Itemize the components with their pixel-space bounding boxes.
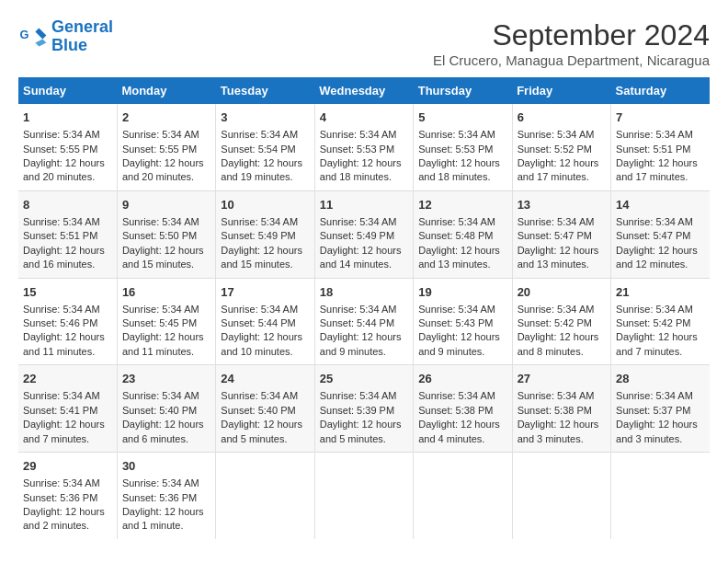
- daylight-label: Daylight: 12 hours and 13 minutes.: [518, 245, 599, 270]
- calendar-cell: 28Sunrise: 5:34 AMSunset: 5:37 PMDayligh…: [611, 365, 710, 453]
- sunset-label: Sunset: 5:49 PM: [320, 230, 394, 241]
- calendar-week-row: 29Sunrise: 5:34 AMSunset: 5:36 PMDayligh…: [18, 453, 710, 539]
- calendar-cell: 18Sunrise: 5:34 AMSunset: 5:44 PMDayligh…: [314, 278, 413, 365]
- day-number: 25: [320, 371, 408, 387]
- day-number: 2: [122, 109, 210, 126]
- daylight-label: Daylight: 12 hours and 3 minutes.: [518, 419, 599, 443]
- sunset-label: Sunset: 5:41 PM: [23, 405, 97, 416]
- sunset-label: Sunset: 5:45 PM: [122, 317, 197, 328]
- day-number: 4: [320, 109, 408, 126]
- day-number: 18: [320, 284, 408, 301]
- calendar-cell: 12Sunrise: 5:34 AMSunset: 5:48 PMDayligh…: [414, 190, 512, 278]
- calendar-cell: 10Sunrise: 5:34 AMSunset: 5:49 PMDayligh…: [216, 190, 314, 278]
- calendar-cell: 1Sunrise: 5:34 AMSunset: 5:55 PMDaylight…: [18, 104, 117, 190]
- weekday-header-monday: Monday: [117, 77, 215, 104]
- sunset-label: Sunset: 5:51 PM: [23, 230, 97, 241]
- logo-icon: G: [18, 22, 48, 52]
- weekday-header-tuesday: Tuesday: [216, 77, 314, 104]
- logo: G General Blue: [18, 18, 113, 55]
- calendar-cell: 21Sunrise: 5:34 AMSunset: 5:42 PMDayligh…: [611, 278, 710, 365]
- daylight-label: Daylight: 12 hours and 15 minutes.: [221, 245, 302, 270]
- day-number: 10: [221, 197, 309, 213]
- logo-text: General Blue: [51, 18, 113, 55]
- day-number: 16: [122, 284, 210, 301]
- calendar-cell: 24Sunrise: 5:34 AMSunset: 5:40 PMDayligh…: [216, 365, 314, 453]
- sunrise-label: Sunrise: 5:34 AM: [320, 304, 397, 315]
- calendar-cell: [414, 453, 512, 539]
- weekday-header-thursday: Thursday: [414, 77, 512, 104]
- sunset-label: Sunset: 5:51 PM: [616, 144, 690, 155]
- daylight-label: Daylight: 12 hours and 20 minutes.: [122, 157, 204, 182]
- day-number: 5: [418, 109, 506, 126]
- sunset-label: Sunset: 5:43 PM: [418, 317, 493, 328]
- calendar-cell: 29Sunrise: 5:34 AMSunset: 5:36 PMDayligh…: [18, 453, 117, 539]
- sunset-label: Sunset: 5:40 PM: [122, 405, 197, 416]
- day-number: 13: [518, 197, 606, 213]
- sunrise-label: Sunrise: 5:34 AM: [122, 390, 199, 401]
- day-number: 19: [418, 284, 506, 301]
- calendar-cell: 11Sunrise: 5:34 AMSunset: 5:49 PMDayligh…: [314, 190, 413, 278]
- sunset-label: Sunset: 5:52 PM: [518, 144, 592, 155]
- daylight-label: Daylight: 12 hours and 17 minutes.: [518, 157, 599, 182]
- daylight-label: Daylight: 12 hours and 10 minutes.: [221, 331, 302, 356]
- daylight-label: Daylight: 12 hours and 15 minutes.: [122, 245, 204, 270]
- day-number: 23: [122, 371, 210, 387]
- sunset-label: Sunset: 5:40 PM: [221, 405, 295, 416]
- daylight-label: Daylight: 12 hours and 18 minutes.: [418, 157, 500, 182]
- daylight-label: Daylight: 12 hours and 2 minutes.: [23, 506, 105, 531]
- daylight-label: Daylight: 12 hours and 16 minutes.: [23, 245, 105, 270]
- sunrise-label: Sunrise: 5:34 AM: [221, 216, 298, 227]
- sunset-label: Sunset: 5:55 PM: [23, 144, 97, 155]
- day-number: 12: [418, 197, 506, 213]
- calendar-cell: 30Sunrise: 5:34 AMSunset: 5:36 PMDayligh…: [117, 453, 215, 539]
- calendar-cell: 9Sunrise: 5:34 AMSunset: 5:50 PMDaylight…: [117, 190, 215, 278]
- weekday-header-saturday: Saturday: [611, 77, 710, 104]
- day-number: 20: [518, 284, 606, 301]
- calendar-cell: 6Sunrise: 5:34 AMSunset: 5:52 PMDaylight…: [512, 104, 610, 190]
- day-number: 14: [616, 197, 705, 213]
- sunrise-label: Sunrise: 5:34 AM: [122, 216, 199, 227]
- month-title: September 2024: [433, 18, 710, 52]
- day-number: 17: [221, 284, 309, 301]
- daylight-label: Daylight: 12 hours and 14 minutes.: [320, 245, 402, 270]
- calendar-cell: 14Sunrise: 5:34 AMSunset: 5:47 PMDayligh…: [611, 190, 710, 278]
- weekday-header-row: SundayMondayTuesdayWednesdayThursdayFrid…: [18, 77, 710, 104]
- day-number: 21: [616, 284, 705, 301]
- calendar-cell: 22Sunrise: 5:34 AMSunset: 5:41 PMDayligh…: [18, 365, 117, 453]
- sunset-label: Sunset: 5:36 PM: [23, 492, 97, 503]
- sunset-label: Sunset: 5:54 PM: [221, 144, 295, 155]
- day-number: 22: [23, 371, 112, 387]
- sunset-label: Sunset: 5:49 PM: [221, 230, 295, 241]
- daylight-label: Daylight: 12 hours and 5 minutes.: [320, 419, 402, 443]
- daylight-label: Daylight: 12 hours and 7 minutes.: [616, 331, 698, 356]
- sunset-label: Sunset: 5:48 PM: [418, 230, 493, 241]
- sunset-label: Sunset: 5:50 PM: [122, 230, 197, 241]
- day-number: 11: [320, 197, 408, 213]
- sunrise-label: Sunrise: 5:34 AM: [518, 216, 595, 227]
- calendar-cell: 2Sunrise: 5:34 AMSunset: 5:55 PMDaylight…: [117, 104, 215, 190]
- sunset-label: Sunset: 5:38 PM: [418, 405, 493, 416]
- sunset-label: Sunset: 5:42 PM: [518, 317, 592, 328]
- weekday-header-friday: Friday: [512, 77, 610, 104]
- calendar-cell: 26Sunrise: 5:34 AMSunset: 5:38 PMDayligh…: [414, 365, 512, 453]
- sunrise-label: Sunrise: 5:34 AM: [122, 129, 199, 140]
- daylight-label: Daylight: 12 hours and 4 minutes.: [418, 419, 500, 443]
- calendar-cell: 27Sunrise: 5:34 AMSunset: 5:38 PMDayligh…: [512, 365, 610, 453]
- sunrise-label: Sunrise: 5:34 AM: [23, 477, 100, 488]
- day-number: 28: [616, 371, 705, 387]
- day-number: 3: [221, 109, 309, 126]
- sunrise-label: Sunrise: 5:34 AM: [320, 129, 397, 140]
- sunset-label: Sunset: 5:37 PM: [616, 405, 690, 416]
- sunrise-label: Sunrise: 5:34 AM: [23, 216, 100, 227]
- day-number: 6: [518, 109, 606, 126]
- location-title: El Crucero, Managua Department, Nicaragu…: [433, 52, 710, 68]
- calendar-cell: 5Sunrise: 5:34 AMSunset: 5:53 PMDaylight…: [414, 104, 512, 190]
- daylight-label: Daylight: 12 hours and 12 minutes.: [616, 245, 698, 270]
- calendar-cell: 20Sunrise: 5:34 AMSunset: 5:42 PMDayligh…: [512, 278, 610, 365]
- sunset-label: Sunset: 5:42 PM: [616, 317, 690, 328]
- sunset-label: Sunset: 5:38 PM: [518, 405, 592, 416]
- sunrise-label: Sunrise: 5:34 AM: [221, 129, 298, 140]
- calendar-cell: 17Sunrise: 5:34 AMSunset: 5:44 PMDayligh…: [216, 278, 314, 365]
- daylight-label: Daylight: 12 hours and 7 minutes.: [23, 419, 105, 443]
- day-number: 24: [221, 371, 309, 387]
